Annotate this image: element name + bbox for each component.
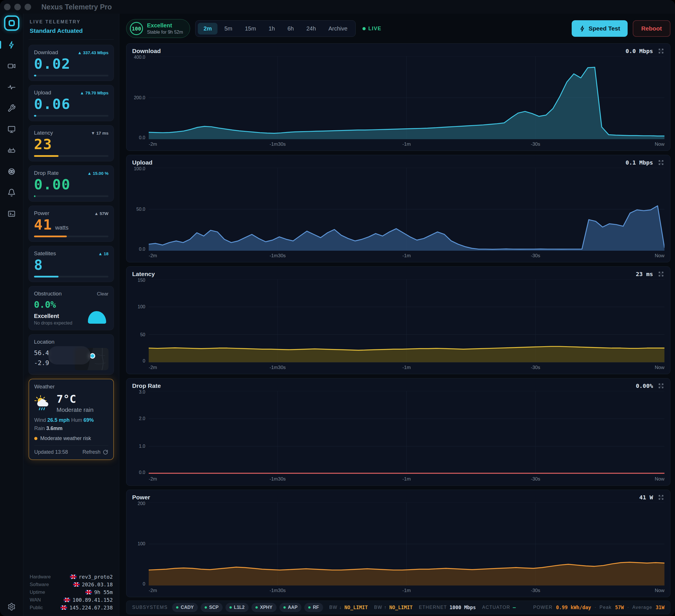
- app-logo-icon: [4, 15, 19, 31]
- expand-icon[interactable]: [658, 382, 664, 389]
- tab-range-24h[interactable]: 24h: [301, 23, 321, 34]
- metric-delta: ▲ 15.00 %: [87, 171, 108, 176]
- subsystem-pill-rf[interactable]: RF: [304, 603, 323, 612]
- metric-card-power[interactable]: Power ▲ 57W 41 watts: [28, 206, 114, 242]
- reboot-button[interactable]: Reboot: [633, 20, 670, 37]
- device-info-value: 100.89.41.152: [73, 597, 113, 603]
- device-info-label: Software: [30, 582, 49, 588]
- chart-panel-latency: Latency 23 ms 150100500: [126, 266, 670, 374]
- health-score-badge[interactable]: 100 Excellent Stable for 9h 52m: [126, 19, 190, 38]
- settings-gear-icon[interactable]: [7, 602, 16, 611]
- minimize-window-button[interactable]: [14, 4, 21, 10]
- profile-name[interactable]: Standard Actuated: [30, 27, 113, 34]
- nav-telemetry-bolt-icon[interactable]: [7, 40, 16, 49]
- metric-progress-fill: [34, 195, 35, 197]
- chart-title: Download: [132, 48, 161, 55]
- metric-card-droprate[interactable]: Drop Rate ▲ 15.00 % 0.00: [28, 165, 114, 202]
- metric-cards: Download ▲ 337.43 Mbps 0.02 Upload ▲ 79.…: [28, 45, 114, 286]
- nav-router-icon[interactable]: [7, 146, 16, 155]
- expand-icon[interactable]: [658, 271, 664, 277]
- obstruction-card[interactable]: Obstruction Clear 0.0% Excellent No drop…: [28, 286, 114, 330]
- expand-icon[interactable]: [658, 159, 664, 166]
- metric-card-latency[interactable]: Latency ▼ 17 ms 23: [28, 125, 114, 161]
- metric-card-satellites[interactable]: Satellites ▲ 18 8: [28, 246, 114, 282]
- uk-flag-icon: [85, 590, 92, 594]
- maximize-window-button[interactable]: [24, 4, 31, 10]
- y-axis: 150100500: [132, 279, 149, 362]
- metric-unit: watts: [55, 225, 69, 231]
- nav-notifications-bell-icon[interactable]: [7, 188, 16, 197]
- subsystem-name: RF: [313, 605, 319, 610]
- nav-terminal-icon[interactable]: [7, 209, 16, 218]
- health-status: Excellent: [147, 22, 183, 29]
- tab-range-archive[interactable]: Archive: [323, 23, 353, 34]
- metric-value: 8: [34, 257, 43, 273]
- nav-monitor-icon[interactable]: [7, 125, 16, 134]
- nav-camera-icon[interactable]: [7, 62, 16, 70]
- tab-range-5m[interactable]: 5m: [219, 23, 238, 34]
- x-axis: -2m-1m30s-1m-30sNow: [149, 251, 664, 260]
- y-axis: 400.0200.00.0: [132, 56, 149, 139]
- chart-current-value: 41 W: [639, 494, 653, 501]
- metric-delta: ▲ 57W: [94, 211, 108, 216]
- subsystem-name: AAP: [288, 605, 298, 610]
- chart-title: Drop Rate: [132, 382, 161, 389]
- bw-down: BW ↓ NO_LIMIT: [329, 605, 368, 610]
- subsystem-pill-aap[interactable]: AAP: [280, 603, 302, 612]
- nav-activity-icon[interactable]: [7, 83, 16, 91]
- location-card[interactable]: Location 56.4 -2.9: [28, 334, 114, 375]
- chart-plot[interactable]: [149, 279, 664, 362]
- metric-card-download[interactable]: Download ▲ 337.43 Mbps 0.02: [28, 45, 114, 81]
- metric-progress-fill: [34, 115, 36, 117]
- weather-rain: Rain 3.6mm: [34, 426, 71, 432]
- metric-progress-fill: [34, 276, 59, 277]
- tab-range-1h[interactable]: 1h: [263, 23, 281, 34]
- metric-value: 0.02: [34, 56, 71, 72]
- obstruction-clear-button[interactable]: Clear: [97, 291, 108, 297]
- metric-delta: ▲ 18: [98, 251, 108, 256]
- status-dot-icon: [308, 606, 310, 609]
- metric-delta: ▲ 337.43 Mbps: [78, 50, 108, 55]
- subsystem-pill-cady[interactable]: CADY: [172, 603, 198, 612]
- metric-label: Latency: [34, 130, 53, 136]
- y-axis: 100.050.00.0: [132, 168, 149, 251]
- location-coordinates: 56.4 -2.9: [34, 348, 49, 370]
- close-window-button[interactable]: [4, 4, 11, 10]
- traffic-lights: [4, 4, 31, 10]
- metric-progress-fill: [34, 155, 59, 157]
- tab-range-2m[interactable]: 2m: [198, 23, 218, 34]
- chart-plot[interactable]: [149, 56, 664, 139]
- chart-plot[interactable]: [149, 168, 664, 251]
- metric-progress-track: [34, 75, 108, 76]
- privacy-blur-overlay: [48, 346, 90, 364]
- nav-wrench-icon[interactable]: [7, 104, 16, 112]
- chart-panel-droprate: Drop Rate 0.00% 3.02.01.00.0: [126, 378, 670, 486]
- obstruction-value: 0.0%: [34, 299, 108, 310]
- chart-current-value: 0.00%: [636, 382, 653, 389]
- tab-range-15m[interactable]: 15m: [239, 23, 262, 34]
- device-info-value: rev3_proto2: [79, 574, 113, 580]
- chart-title: Upload: [132, 159, 152, 166]
- weather-refresh-button[interactable]: Refresh: [82, 449, 108, 455]
- chart-current-value: 23 ms: [636, 271, 653, 277]
- expand-icon[interactable]: [658, 494, 664, 501]
- expand-icon[interactable]: [658, 48, 664, 55]
- subsystem-pill-scp[interactable]: SCP: [201, 603, 223, 612]
- status-dot-icon: [229, 606, 232, 609]
- window-title: Nexus Telemetry Pro: [42, 3, 112, 11]
- sun-rain-cloud-icon: [34, 395, 52, 411]
- metric-delta: ▼ 17 ms: [91, 130, 108, 136]
- location-lon: -2.9: [34, 358, 49, 368]
- tab-range-6h[interactable]: 6h: [282, 23, 299, 34]
- device-info-label: Public: [30, 605, 43, 611]
- subsystem-pill-l1l2[interactable]: L1L2: [225, 603, 248, 612]
- chart-plot[interactable]: [149, 503, 664, 586]
- ethernet-status: ETHERNET 1000 Mbps: [419, 605, 476, 610]
- speed-test-button[interactable]: Speed Test: [572, 20, 627, 37]
- subsystem-pill-xphy[interactable]: XPHY: [251, 603, 277, 612]
- nav-orbit-globe-icon[interactable]: [7, 167, 16, 176]
- metric-progress-fill: [34, 236, 67, 237]
- weather-card[interactable]: Weather 7°C Moderate rain: [28, 379, 114, 460]
- metric-card-upload[interactable]: Upload ▲ 79.70 Mbps 0.06: [28, 85, 114, 121]
- chart-plot[interactable]: [149, 391, 664, 474]
